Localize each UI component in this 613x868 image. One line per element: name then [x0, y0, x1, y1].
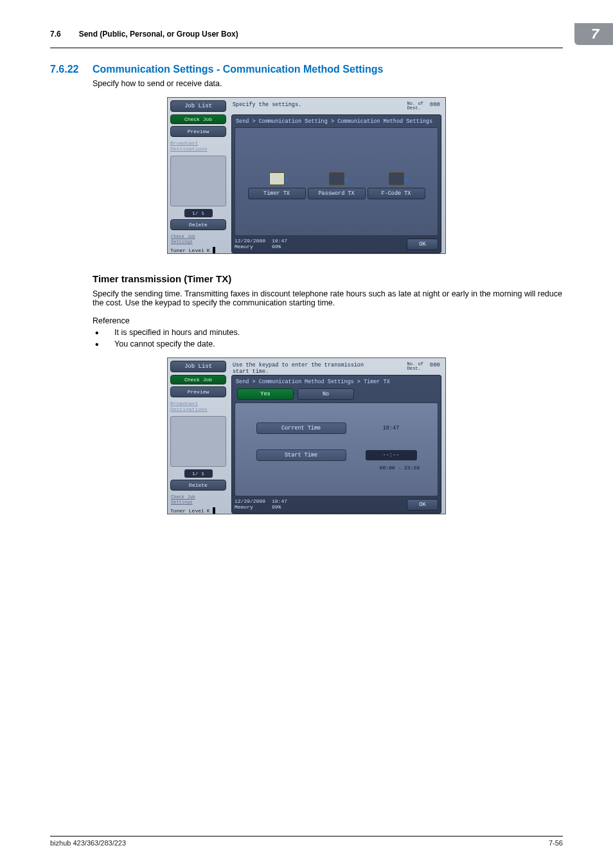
dest-count-value: 000	[430, 102, 440, 108]
toner-level-label: Toner Level	[170, 248, 204, 253]
toner-level-indicator: Toner Level K	[170, 247, 226, 253]
heading-2-number: 7.6.22	[50, 64, 93, 75]
breadcrumb: Send > Communication Setting > Communica…	[235, 117, 438, 127]
fcode-tx-option[interactable]: F-Code TX	[368, 172, 425, 199]
header-section-number: 7.6	[50, 30, 61, 39]
list-item: • You cannot specify the date.	[93, 339, 563, 350]
destinations-list	[170, 416, 226, 467]
page-header: 7.6 Send (Public, Personal, or Group Use…	[50, 23, 563, 48]
no-tab[interactable]: No	[298, 388, 354, 400]
footer-memory-value: 99%	[272, 505, 287, 511]
heading-3: Timer transmission (Timer TX)	[93, 273, 563, 284]
password-tx-option[interactable]: Password TX	[308, 172, 366, 199]
fcode-icon	[389, 172, 404, 185]
dest-count-label: No. of Dest.	[407, 362, 423, 371]
reference-label: Reference	[93, 316, 563, 325]
toner-level-k: K	[207, 248, 210, 253]
dest-count-value: 000	[430, 362, 440, 368]
heading-2-title: Communication Settings - Communication M…	[93, 64, 383, 75]
delete-button[interactable]: Delete	[170, 480, 226, 491]
current-time-label: Current Time	[256, 422, 346, 434]
password-tx-label: Password TX	[308, 188, 366, 199]
job-list-button[interactable]: Job List	[170, 361, 226, 372]
check-job-button[interactable]: Check Job	[170, 375, 226, 384]
prompt-text: Use the keypad to enter the transmission…	[233, 362, 364, 374]
timer-icon	[269, 172, 285, 185]
ok-button[interactable]: OK	[407, 499, 438, 511]
yes-tab[interactable]: Yes	[237, 388, 294, 400]
bullet-text: It is specified in hours and minutes.	[114, 328, 240, 338]
list-item: • It is specified in hours and minutes.	[93, 328, 563, 338]
header-section-title: Send (Public, Personal, or Group User Bo…	[79, 30, 574, 39]
intro-paragraph: Specify how to send or receive data.	[93, 79, 563, 88]
toner-level-label: Toner Level	[170, 508, 204, 514]
preview-button[interactable]: Preview	[170, 126, 226, 137]
bullet-icon: •	[93, 328, 114, 338]
toner-bar-icon	[213, 507, 215, 514]
footer-product-name: bizhub 423/363/283/223	[50, 839, 126, 847]
fcode-tx-label: F-Code TX	[368, 188, 425, 199]
broadcast-destinations-label: Broadcast Destinations	[170, 401, 226, 412]
delete-button[interactable]: Delete	[170, 219, 226, 230]
destinations-list	[170, 156, 226, 206]
screenshot-comm-method-settings: Job List Check Job Preview Broadcast Des…	[167, 97, 446, 254]
start-time-input[interactable]: --:--	[366, 450, 417, 460]
list-page-indicator: 1/ 1	[184, 469, 213, 478]
chapter-badge: 7	[574, 23, 613, 45]
start-time-label: Start Time	[256, 449, 346, 461]
check-job-settings-link[interactable]: Check Job Settings	[171, 494, 226, 505]
bullet-icon: •	[93, 339, 114, 350]
screenshot-left-panel: Job List Check Job Preview Broadcast Des…	[168, 98, 229, 253]
footer-memory-label: Memory	[235, 505, 265, 511]
dest-count-label: No. of Dest.	[407, 102, 423, 111]
check-job-button[interactable]: Check Job	[170, 114, 226, 124]
list-page-indicator: 1/ 1	[184, 209, 213, 217]
preview-button[interactable]: Preview	[170, 386, 226, 397]
reference-bullets: • It is specified in hours and minutes. …	[93, 328, 563, 350]
heading-2: 7.6.22 Communication Settings - Communic…	[50, 64, 563, 75]
page-footer: bizhub 423/363/283/223 7-56	[50, 836, 563, 847]
password-icon	[329, 172, 344, 185]
toner-level-k: K	[207, 508, 210, 514]
time-range-hint: 00:00 - 23:59	[235, 465, 420, 471]
breadcrumb: Send > Communication Method Settings > T…	[235, 377, 438, 388]
footer-memory-label: Memory	[235, 244, 265, 250]
footer-page-number: 7-56	[549, 839, 563, 847]
ok-button[interactable]: OK	[407, 239, 438, 250]
toner-bar-icon	[213, 247, 215, 253]
timer-tx-label: Timer TX	[248, 188, 306, 199]
toner-level-indicator: Toner Level K	[170, 507, 226, 514]
check-job-settings-link[interactable]: Check Job Settings	[171, 234, 226, 244]
timer-paragraph: Specify the sending time. Transmitting f…	[93, 289, 563, 307]
job-list-button[interactable]: Job List	[170, 100, 226, 112]
bullet-text: You cannot specify the date.	[114, 339, 215, 350]
screenshot-left-panel: Job List Check Job Preview Broadcast Des…	[168, 358, 229, 514]
footer-memory-value: 99%	[272, 244, 287, 250]
broadcast-destinations-label: Broadcast Destinations	[170, 140, 226, 152]
timer-tx-option[interactable]: Timer TX	[248, 172, 306, 199]
current-time-value: 10:47	[366, 425, 417, 431]
prompt-text: Specify the settings.	[233, 102, 301, 113]
screenshot-timer-tx: Job List Check Job Preview Broadcast Des…	[167, 357, 446, 514]
